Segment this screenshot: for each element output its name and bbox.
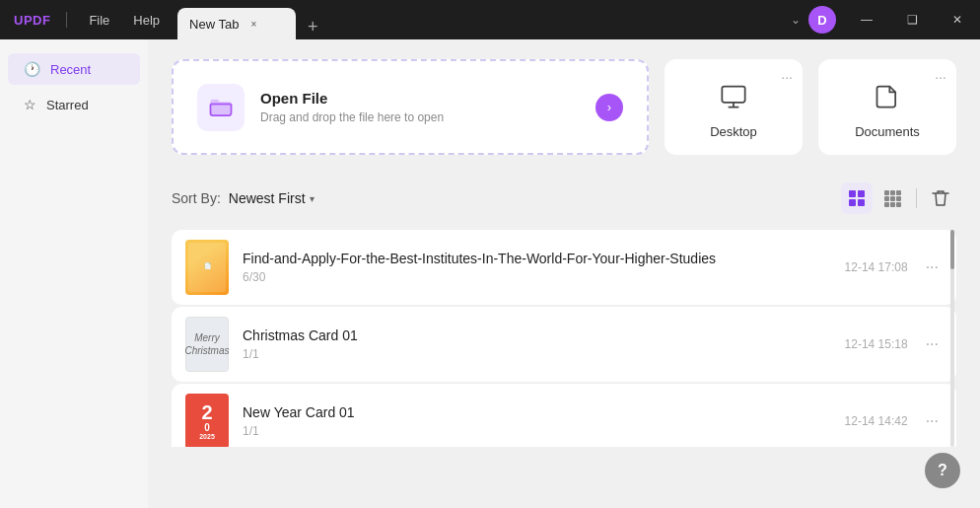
documents-menu-button[interactable]: ··· xyxy=(935,69,946,85)
file-more-button[interactable]: ··· xyxy=(922,254,943,280)
titlebar: UPDF File Help New Tab × + ⌄ D — ❑ ✕ xyxy=(0,0,980,39)
file-pages: 1/1 xyxy=(243,347,831,361)
user-avatar[interactable]: D xyxy=(808,6,836,34)
desktop-icon xyxy=(720,83,747,116)
svg-rect-9 xyxy=(890,196,895,201)
titlebar-divider xyxy=(66,12,67,28)
view-divider xyxy=(916,188,917,208)
menu-file[interactable]: File xyxy=(79,9,119,32)
grid-view-button[interactable] xyxy=(876,182,908,214)
tab-label: New Tab xyxy=(189,17,239,32)
svg-rect-7 xyxy=(896,190,901,195)
list-view-button[interactable] xyxy=(841,182,873,214)
sort-right xyxy=(841,182,956,214)
file-list: 📄 Find-and-Apply-For-the-Best-Institutes… xyxy=(172,230,956,447)
svg-rect-12 xyxy=(890,202,895,207)
documents-icon xyxy=(874,83,901,116)
desktop-label: Desktop xyxy=(710,124,757,139)
close-button[interactable]: ✕ xyxy=(935,0,980,39)
sort-row: Sort By: Newest First ▾ xyxy=(172,182,956,214)
svg-rect-4 xyxy=(858,199,865,206)
svg-rect-5 xyxy=(884,190,889,195)
sort-label: Sort By: xyxy=(172,190,221,206)
file-name: New Year Card 01 xyxy=(243,404,831,420)
recent-icon: 🕐 xyxy=(24,61,40,77)
svg-rect-8 xyxy=(884,196,889,201)
open-file-text: Open File Drag and drop the file here to… xyxy=(260,90,444,124)
content-area: Open File Drag and drop the file here to… xyxy=(148,39,980,508)
file-time: 12-14 15:18 xyxy=(845,337,908,351)
file-thumbnail: MerryChristmas xyxy=(185,317,229,372)
open-file-arrow-button[interactable]: › xyxy=(595,94,623,121)
file-more-button[interactable]: ··· xyxy=(922,408,943,434)
svg-rect-1 xyxy=(849,190,856,197)
sort-select-button[interactable]: Newest First ▾ xyxy=(229,190,315,206)
star-icon: ☆ xyxy=(24,97,36,112)
open-file-subtitle: Drag and drop the file here to open xyxy=(260,110,444,124)
sidebar-item-recent[interactable]: 🕐 Recent xyxy=(8,53,140,85)
add-tab-button[interactable]: + xyxy=(302,15,324,39)
desktop-menu-button[interactable]: ··· xyxy=(781,69,793,85)
svg-rect-11 xyxy=(884,202,889,207)
sidebar-recent-label: Recent xyxy=(50,62,91,77)
sort-chevron-icon: ▾ xyxy=(310,193,315,204)
file-info: Christmas Card 01 1/1 xyxy=(243,327,831,361)
documents-label: Documents xyxy=(855,124,920,139)
sidebar-starred-label: Starred xyxy=(46,98,89,112)
file-info: New Year Card 01 1/1 xyxy=(243,404,831,438)
list-view-icon xyxy=(848,189,866,207)
delete-button[interactable] xyxy=(925,182,956,214)
svg-rect-0 xyxy=(722,87,744,103)
file-more-button[interactable]: ··· xyxy=(922,331,943,357)
sort-left: Sort By: Newest First ▾ xyxy=(172,190,315,206)
svg-rect-10 xyxy=(896,196,901,201)
sidebar-item-starred[interactable]: ☆ Starred xyxy=(8,89,140,120)
tab-close-button[interactable]: × xyxy=(246,17,260,31)
file-pages: 1/1 xyxy=(243,424,831,438)
file-time: 12-14 14:42 xyxy=(845,414,908,428)
file-name: Christmas Card 01 xyxy=(243,327,831,343)
sort-value: Newest First xyxy=(229,190,306,206)
quick-card-desktop[interactable]: ··· Desktop xyxy=(665,59,803,155)
window-controls: — ❑ ✕ xyxy=(844,0,980,39)
file-pages: 6/30 xyxy=(243,270,831,284)
file-list-wrapper: 📄 Find-and-Apply-For-the-Best-Institutes… xyxy=(172,230,956,447)
file-item[interactable]: MerryChristmas Christmas Card 01 1/1 12-… xyxy=(172,307,956,382)
help-button[interactable]: ? xyxy=(925,453,960,488)
menu-help[interactable]: Help xyxy=(123,9,170,32)
open-file-card[interactable]: Open File Drag and drop the file here to… xyxy=(172,59,649,155)
tab-bar: New Tab × + xyxy=(177,0,787,39)
file-item[interactable]: 📄 Find-and-Apply-For-the-Best-Institutes… xyxy=(172,230,956,305)
file-info: Find-and-Apply-For-the-Best-Institutes-I… xyxy=(243,251,831,284)
svg-rect-2 xyxy=(858,190,865,197)
svg-rect-6 xyxy=(890,190,895,195)
maximize-button[interactable]: ❑ xyxy=(889,0,935,39)
open-file-title: Open File xyxy=(260,90,444,107)
folder-open-icon xyxy=(207,94,235,121)
open-file-icon xyxy=(197,84,245,131)
file-thumbnail: 2 0 2025 xyxy=(185,394,229,447)
file-thumbnail: 📄 xyxy=(185,240,229,295)
scrollbar-thumb[interactable] xyxy=(950,230,954,269)
quick-card-documents[interactable]: ··· Documents xyxy=(818,59,956,155)
svg-rect-3 xyxy=(849,199,856,206)
tabs-overflow-button[interactable]: ⌄ xyxy=(787,9,805,31)
scrollbar-track xyxy=(950,230,954,447)
app-logo: UPDF xyxy=(14,13,50,28)
tab-new[interactable]: New Tab × xyxy=(177,8,296,39)
titlebar-menu: File Help xyxy=(79,9,170,32)
open-file-row: Open File Drag and drop the file here to… xyxy=(172,59,956,155)
file-time: 12-14 17:08 xyxy=(845,260,908,274)
titlebar-right: ⌄ D xyxy=(787,6,836,34)
svg-rect-13 xyxy=(896,202,901,207)
main-layout: 🕐 Recent ☆ Starred Open File D xyxy=(0,39,980,508)
sidebar: 🕐 Recent ☆ Starred xyxy=(0,39,148,508)
grid-view-icon xyxy=(883,189,901,207)
quick-access-cards: ··· Desktop ··· xyxy=(665,59,956,155)
trash-icon xyxy=(932,188,949,208)
file-item[interactable]: 2 0 2025 New Year Card 01 1/1 12-14 14:4… xyxy=(172,384,956,447)
file-name: Find-and-Apply-For-the-Best-Institutes-I… xyxy=(243,251,831,266)
minimize-button[interactable]: — xyxy=(844,0,889,39)
